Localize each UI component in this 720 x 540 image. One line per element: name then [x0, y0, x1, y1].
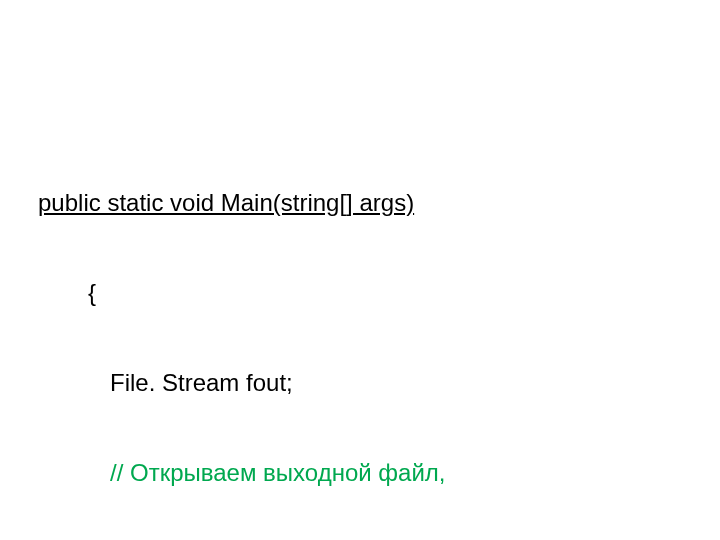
code-line-declaration: public static void Main(string[] args)	[38, 188, 720, 218]
code-block: public static void Main(string[] args) {…	[38, 128, 720, 540]
code-line-comment-open: // Открываем выходной файл,	[38, 458, 720, 488]
code-line-open-brace: {	[38, 278, 720, 308]
code-line-var-decl: File. Stream fout;	[38, 368, 720, 398]
slide: public static void Main(string[] args) {…	[0, 0, 720, 540]
